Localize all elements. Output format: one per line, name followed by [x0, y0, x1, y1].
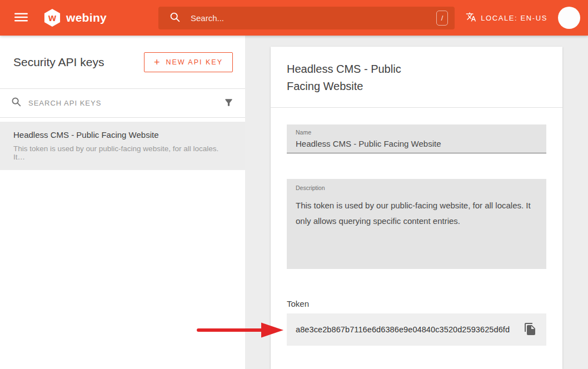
global-search-input[interactable]	[191, 13, 436, 23]
app-body: Security API keys + NEW API KEY Headless…	[0, 36, 588, 369]
new-api-key-button[interactable]: + NEW API KEY	[144, 52, 233, 72]
name-label: Name	[296, 129, 537, 136]
shortcut-key-label: /	[441, 14, 444, 22]
translate-icon	[466, 12, 476, 24]
header-right-group: LOCALE: EN-US	[466, 0, 580, 36]
name-input[interactable]	[296, 139, 537, 148]
logo-wordmark: webiny	[66, 11, 107, 24]
api-key-search-input[interactable]	[28, 99, 217, 107]
description-field: Description This token is used by our pu…	[287, 179, 546, 269]
detail-card-header: Headless CMS - Public Facing Website	[271, 47, 562, 108]
detail-title: Headless CMS - Public Facing Website	[287, 61, 431, 95]
search-icon	[11, 97, 22, 109]
detail-card-body: Name Description This token is used by o…	[271, 108, 562, 346]
api-keys-panel: Security API keys + NEW API KEY Headless…	[0, 36, 245, 369]
new-api-key-label: NEW API KEY	[166, 58, 223, 66]
copy-token-button[interactable]	[521, 320, 539, 340]
token-box: a8e3ce2b867b7116e6d6386e9e04840c3520d259…	[287, 313, 546, 346]
search-shortcut-badge: /	[436, 11, 448, 26]
app-header: w webiny / LOCALE: EN-US	[0, 0, 588, 36]
description-textarea[interactable]: This token is used by our public-facing …	[296, 198, 537, 265]
list-item-title: Headless CMS - Public Facing Website	[13, 130, 232, 139]
hamburger-icon	[14, 11, 28, 26]
logo-letter: w	[48, 12, 56, 24]
locale-switcher[interactable]: LOCALE: EN-US	[466, 12, 547, 24]
locale-label: LOCALE: EN-US	[481, 14, 547, 22]
token-label: Token	[287, 299, 546, 308]
api-key-list: Headless CMS - Public Facing Website Thi…	[0, 118, 245, 170]
webiny-logo[interactable]: w webiny	[43, 9, 107, 27]
description-label: Description	[296, 184, 537, 191]
user-avatar[interactable]	[558, 7, 580, 29]
logo-hexagon-icon: w	[43, 9, 61, 27]
name-field: Name	[287, 124, 546, 153]
api-key-detail-card: Headless CMS - Public Facing Website Nam…	[271, 47, 562, 369]
menu-button[interactable]	[13, 10, 29, 26]
global-search: /	[158, 7, 455, 29]
filter-button[interactable]	[223, 97, 234, 109]
api-key-search-bar	[0, 89, 245, 118]
detail-area: Headless CMS - Public Facing Website Nam…	[245, 36, 588, 369]
panel-header: Security API keys + NEW API KEY	[0, 36, 245, 89]
copy-icon	[524, 322, 537, 337]
page-title: Security API keys	[13, 56, 104, 69]
token-value: a8e3ce2b867b7116e6d6386e9e04840c3520d259…	[296, 325, 521, 334]
plus-icon: +	[154, 57, 160, 67]
search-icon	[170, 12, 181, 25]
filter-icon	[223, 97, 234, 109]
api-key-list-item[interactable]: Headless CMS - Public Facing Website Thi…	[0, 122, 245, 170]
list-item-description: This token is used by our public-facing …	[13, 144, 232, 161]
